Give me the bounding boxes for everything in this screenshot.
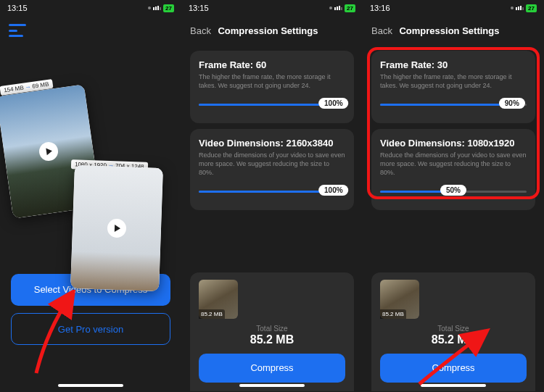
video-summary-card: 85.2 MB Total Size 85.2 MB Compress [371,272,535,391]
video-summary-card: 85.2 MB Total Size 85.2 MB Compress [190,272,354,391]
dimensions-heading: Video Dimensions: 1080x1920 [380,138,527,149]
get-pro-button[interactable]: Get Pro version [11,313,170,345]
dimensions-panel: Video Dimensions: 2160x3840 Reduce the d… [190,129,354,210]
home-header [0,16,181,45]
status-right: 27 [511,4,537,12]
slider-thumb[interactable]: 90% [499,98,525,109]
battery-icon: 27 [163,4,174,12]
compress-button[interactable]: Compress [199,354,345,383]
status-bar: 13:15 27 [181,0,363,16]
status-right: 27 [148,4,174,12]
play-icon [38,141,59,162]
frame-rate-panel: Frame Rate: 60 The higher the frame rate… [190,51,354,123]
video-thumbnail[interactable]: 85.2 MB [199,280,238,319]
dimensions-slider[interactable]: 50% [380,183,527,201]
signal-icon [334,6,342,10]
home-indicator[interactable] [239,384,305,387]
slider-thumb[interactable]: 100% [318,98,349,109]
battery-icon: 27 [345,4,355,12]
phone-settings-default: 13:15 27 Back Compression Settings Frame… [181,0,363,392]
settings-header: Back Compression Settings [181,16,363,45]
dimensions-heading: Video Dimensions: 2160x3840 [199,138,345,149]
frame-rate-slider[interactable]: 90% [380,96,527,114]
status-bar: 13:16 27 [363,0,544,16]
home-indicator[interactable] [421,384,486,387]
status-dot-icon [511,7,514,9]
showcase-card-front [70,165,163,291]
frame-rate-heading: Frame Rate: 30 [380,59,527,70]
frame-rate-heading: Frame Rate: 60 [199,59,345,70]
compress-button[interactable]: Compress [380,354,527,383]
status-dot-icon [329,7,332,9]
status-bar: 13:15 27 [0,0,181,16]
signal-icon [516,6,524,10]
signal-icon [153,6,161,10]
play-icon [107,219,127,238]
battery-icon: 27 [526,4,537,12]
total-size-value: 85.2 MB [380,333,527,346]
dimensions-panel: Video Dimensions: 1080x1920 Reduce the d… [371,129,535,210]
status-time: 13:16 [370,4,390,12]
slider-thumb[interactable]: 50% [440,185,466,196]
total-size-value: 85.2 MB [199,333,345,346]
thumbnail-size: 85.2 MB [199,309,225,319]
phone-home-screen: 13:15 27 154 MB→69 MB 1080 x 1920→704 x … [0,0,181,392]
showcase: 154 MB→69 MB 1080 x 1920→704 x 1248 [0,52,181,270]
status-dot-icon [148,7,151,9]
menu-icon[interactable] [9,24,26,37]
frame-rate-help: The higher the frame rate, the more stor… [380,73,527,90]
slider-thumb[interactable]: 100% [318,185,349,196]
status-right: 27 [329,4,355,12]
frame-rate-panel: Frame Rate: 30 The higher the frame rate… [371,51,535,123]
page-title: Compression Settings [182,25,354,36]
thumbnail-size: 85.2 MB [380,309,406,319]
home-indicator[interactable] [58,384,123,387]
dimensions-help: Reduce the dimensions of your video to s… [199,151,345,177]
page-title: Compression Settings [363,25,535,36]
total-size-label: Total Size [199,325,345,333]
frame-rate-help: The higher the frame rate, the more stor… [199,73,345,90]
settings-header: Back Compression Settings [363,16,544,45]
frame-rate-slider[interactable]: 100% [199,96,345,114]
status-time: 13:15 [7,4,28,12]
total-size-label: Total Size [380,325,527,333]
dimensions-help: Reduce the dimensions of your video to s… [380,151,527,177]
video-thumbnail[interactable]: 85.2 MB [380,280,419,319]
phone-settings-adjusted: 13:16 27 Back Compression Settings Frame… [363,0,544,392]
status-time: 13:15 [189,4,209,12]
dimensions-slider[interactable]: 100% [199,183,345,201]
